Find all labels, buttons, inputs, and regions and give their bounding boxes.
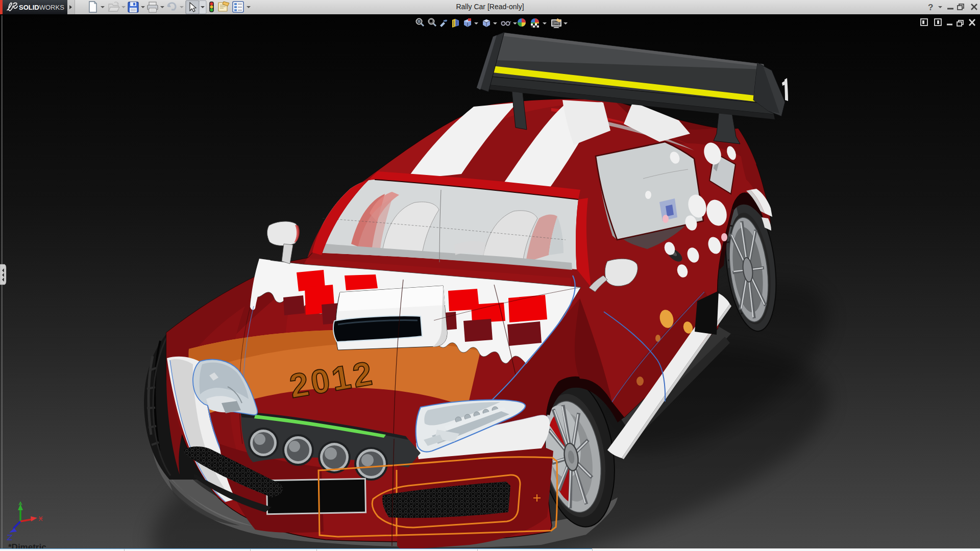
svg-text:?: ? bbox=[928, 3, 933, 12]
